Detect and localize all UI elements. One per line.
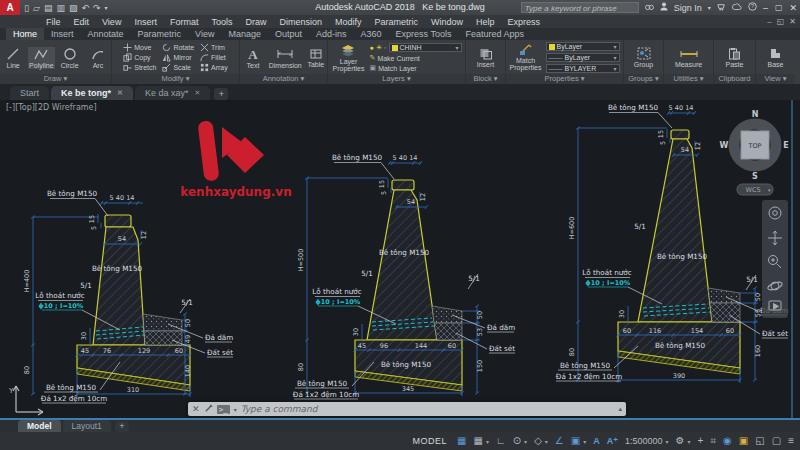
command-expand-icon[interactable]: ▴	[618, 405, 622, 413]
layer-lock-icon[interactable]: ◦	[384, 44, 386, 51]
menu-file[interactable]: File	[46, 17, 61, 27]
sign-in-link[interactable]: Sign In	[674, 3, 702, 13]
layer-thaw-icon[interactable]: ☀	[376, 44, 382, 52]
a360-status-icon[interactable]: ◉	[723, 432, 732, 450]
menu-tools[interactable]: Tools	[211, 17, 232, 27]
menu-parametric[interactable]: Parametric	[375, 17, 419, 27]
panel-title-annotation[interactable]: Annotation ▾	[240, 74, 327, 84]
search-input[interactable]: Type a keyword or phrase	[521, 2, 639, 13]
copy-tool[interactable]: Copy	[123, 53, 156, 62]
file-tab-ke-be-tong[interactable]: Ke be tong*✕	[51, 86, 133, 100]
object-snap-tracking-icon[interactable]: ∠	[555, 432, 564, 450]
stretch-tool[interactable]: Stretch	[123, 63, 156, 72]
dimension-tool[interactable]: Dimension	[268, 47, 303, 69]
trim-tool[interactable]: Trim	[200, 43, 228, 52]
annotation-scale-button[interactable]: 1:500000	[625, 436, 663, 446]
ribbon-tab-parametric[interactable]: Parametric	[131, 28, 189, 40]
doc-restore-button[interactable]: ◱	[777, 17, 785, 26]
menu-modify[interactable]: Modify	[335, 17, 362, 27]
wall-stem[interactable]	[367, 190, 437, 340]
fillet-tool[interactable]: Fillet	[200, 53, 228, 62]
ribbon-tab-output[interactable]: Output	[268, 28, 309, 40]
panel-title-modify[interactable]: Modify ▾	[112, 74, 239, 84]
line-tool[interactable]: Line	[0, 47, 26, 69]
menu-window[interactable]: Window	[431, 17, 463, 27]
annotation-visibility-icon[interactable]: A	[593, 432, 600, 450]
signin-dropdown-icon[interactable]: ▾	[708, 4, 711, 11]
menu-format[interactable]: Format	[170, 17, 199, 27]
panel-title-draw[interactable]: Draw ▾	[0, 74, 111, 84]
viewcube-west[interactable]: W	[720, 141, 729, 150]
ortho-mode-icon[interactable]: ∟	[496, 432, 506, 450]
snap-mode-icon[interactable]: ▦	[473, 432, 482, 450]
file-tab-ke-da-xay[interactable]: Ke da xay*✕	[135, 86, 210, 100]
section-drawing-2[interactable]: 5 40 14 54 15 5 12 H=500 80 30 45 96 144…	[293, 153, 515, 399]
layer-on-bulb-icon[interactable]: ●	[370, 44, 374, 51]
panel-title-view[interactable]: View ▾	[756, 74, 795, 84]
exchange-apps-icon[interactable]	[717, 2, 726, 13]
viewcube[interactable]: TOP N S W E WCS ▾	[720, 110, 789, 195]
object-snap-icon[interactable]: ▣	[571, 432, 580, 450]
circle-tool[interactable]: Circle	[57, 47, 83, 69]
ribbon-tab-manage[interactable]: Manage	[221, 28, 268, 40]
gravel-layer[interactable]	[432, 306, 462, 323]
group-tool[interactable]: Group	[629, 47, 659, 68]
menu-draw[interactable]: Draw	[245, 17, 266, 27]
ribbon-tab-a360[interactable]: A360	[354, 28, 389, 40]
menu-help[interactable]: Help	[476, 17, 495, 27]
isolate-objects-icon[interactable]: ◱	[755, 432, 764, 450]
trusted-autodesk-icon[interactable]: ▣	[739, 432, 748, 450]
mirror-tool[interactable]: Mirror	[162, 53, 194, 62]
viewcube-south[interactable]: S	[752, 172, 758, 181]
match-properties-tool[interactable]: Match Properties	[510, 44, 542, 71]
measure-tool[interactable]: Measure	[669, 48, 709, 68]
ribbon-tab-featured-apps[interactable]: Featured Apps	[458, 28, 531, 40]
units-icon[interactable]: ⌗	[710, 432, 716, 450]
viewcube-top-face[interactable]: TOP	[747, 142, 761, 150]
a360-connect-icon[interactable]	[732, 3, 742, 13]
command-prompt-icon[interactable]: >_	[217, 405, 230, 414]
wall-cap[interactable]	[105, 215, 131, 227]
base-tool[interactable]: Base	[761, 47, 791, 68]
ribbon-tab-express-tools[interactable]: Express Tools	[389, 28, 459, 40]
command-customize-icon[interactable]	[204, 404, 213, 415]
restore-button[interactable]: ▢	[775, 3, 784, 12]
tab-close-icon[interactable]: ✕	[117, 86, 123, 100]
panel-title-utilities[interactable]: Utilities ▾	[664, 74, 713, 84]
panel-title-properties[interactable]: Properties ▾	[506, 74, 623, 84]
scale-tool[interactable]: Scale	[162, 63, 194, 72]
menu-express[interactable]: Express	[508, 17, 541, 27]
array-tool[interactable]: Array	[200, 63, 228, 72]
panel-title-clipboard[interactable]: Clipboard	[714, 74, 755, 84]
ribbon-tab-addins[interactable]: Add-ins	[309, 28, 354, 40]
layer-select-combo[interactable]: CHINH ▾	[389, 43, 462, 52]
wall-stem[interactable]	[638, 139, 712, 322]
new-drawing-tab-button[interactable]: +	[214, 88, 228, 100]
insert-tool[interactable]: Insert	[471, 47, 501, 68]
workspace-switching-icon[interactable]: ⚙	[676, 432, 685, 450]
close-button[interactable]: ✕	[789, 3, 798, 13]
make-current-tool[interactable]: ✎ Make Current	[370, 54, 462, 62]
move-tool[interactable]: Move	[123, 43, 156, 52]
autoscale-icon[interactable]: A⁺	[607, 432, 618, 450]
wall-cap[interactable]	[392, 180, 414, 190]
object-color-combo[interactable]: ByLayer▾	[546, 42, 620, 51]
doc-close-button[interactable]: ✕	[789, 17, 796, 26]
ribbon-tab-view[interactable]: View	[188, 28, 221, 40]
command-recent-icon[interactable]: ▾	[234, 406, 237, 413]
annotation-monitor-icon[interactable]: +	[698, 432, 704, 450]
match-layer-tool[interactable]: ▣ Match Layer	[370, 64, 462, 72]
search-binoculars-icon[interactable]	[645, 2, 654, 13]
drawing-canvas[interactable]: .dim { stroke:#2e6fc0; stroke-width:0.8;…	[0, 100, 800, 418]
command-line[interactable]: ✕ >_ ▾ Type a command ▴	[188, 402, 626, 416]
clean-screen-icon[interactable]: ▢	[772, 432, 781, 450]
viewcube-east[interactable]: E	[783, 141, 788, 150]
isodraft-icon[interactable]: ◇	[534, 432, 542, 450]
panel-title-groups[interactable]: Groups ▾	[624, 74, 663, 84]
ribbon-tab-insert[interactable]: Insert	[44, 28, 81, 40]
paste-tool[interactable]: Paste	[720, 47, 750, 68]
command-input[interactable]: Type a command	[241, 404, 318, 414]
ribbon-tab-home[interactable]: Home	[6, 28, 44, 40]
lineweight-combo[interactable]: —— BYLAYER▾	[546, 64, 620, 73]
layout1-tab[interactable]: Layout1	[63, 420, 111, 432]
